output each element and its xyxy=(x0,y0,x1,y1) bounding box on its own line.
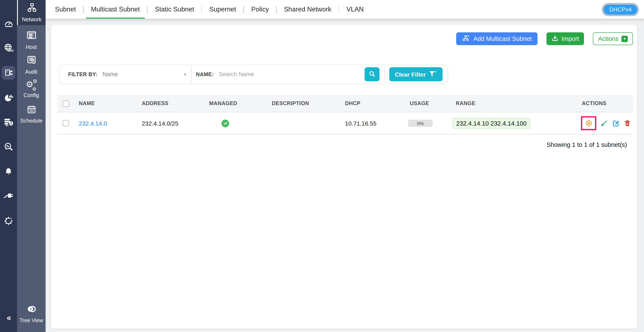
column-header-managed: MANAGED xyxy=(206,100,268,106)
column-header-dhcp: DHCP xyxy=(342,100,406,106)
sidebar-item-label: Config xyxy=(24,92,39,98)
sidebar-item-label: Tree View xyxy=(20,317,43,323)
dashboard-icon[interactable] xyxy=(0,11,17,36)
edit-icon[interactable] xyxy=(612,119,620,127)
import-download-icon xyxy=(552,35,558,43)
toolbar: Add Multicast Subnet Import Actions ▼ xyxy=(58,32,633,45)
secondary-sidebar: Network Host Audit ⚙⚙⚙ Config Schedule xyxy=(17,0,46,332)
schedule-calendar-icon xyxy=(26,104,36,116)
tab-subnet[interactable]: Subnet xyxy=(54,0,77,19)
tab-policy[interactable]: Policy xyxy=(250,0,270,19)
dns-icon[interactable]: DNS xyxy=(0,36,17,60)
usage-progress-pill: 0% xyxy=(408,120,433,127)
table-header-row: NAME ADDRESS MANAGED DESCRIPTION DHCP US… xyxy=(58,95,633,112)
filter-by-selected-value: Name xyxy=(103,71,183,77)
select-caret-icon: ▼ xyxy=(183,72,187,76)
integrations-plug-icon[interactable] xyxy=(0,184,17,209)
column-header-name: NAME xyxy=(76,100,138,106)
tab-shared-network[interactable]: Shared Network xyxy=(283,0,332,19)
tab-bar: Subnet Multicast Subnet Static Subnet Su… xyxy=(46,0,644,19)
tab-separator xyxy=(244,6,244,13)
column-header-actions: ACTIONS xyxy=(556,100,633,106)
reports-icon[interactable] xyxy=(0,85,17,110)
main-area: Subnet Multicast Subnet Static Subnet Su… xyxy=(46,0,644,332)
security-monitoring-icon[interactable] xyxy=(0,110,17,134)
chevron-down-icon: ▼ xyxy=(622,35,628,42)
import-label: Import xyxy=(562,35,579,42)
sidebar-item-label: Network xyxy=(22,16,42,22)
tab-vlan[interactable]: VLAN xyxy=(346,0,364,19)
clear-filter-label: Clear Filter xyxy=(395,71,426,78)
tab-separator xyxy=(338,6,339,13)
sidebar-item-tree-view[interactable]: Tree View xyxy=(17,301,46,326)
row-actions xyxy=(556,116,633,130)
sidebar-item-audit[interactable]: Audit xyxy=(17,52,46,77)
sidebar-item-label: Schedule xyxy=(20,118,42,124)
column-header-usage: USAGE xyxy=(406,100,452,106)
sidebar-item-config[interactable]: ⚙⚙⚙ Config xyxy=(17,77,46,102)
tab-multicast-subnet[interactable]: Multicast Subnet xyxy=(90,0,140,19)
column-header-range: RANGE xyxy=(452,100,556,106)
network-sitemap-icon xyxy=(26,2,37,14)
add-multicast-subnet-label: Add Multicast Subnet xyxy=(474,35,532,42)
subnet-address: 232.4.14.0/25 xyxy=(138,120,206,127)
sweep-broom-icon[interactable] xyxy=(600,120,608,127)
dhcp-version-badge[interactable]: DHCPv4 xyxy=(602,3,639,16)
config-gears-icon: ⚙⚙⚙ xyxy=(26,81,36,90)
sidebar-item-host[interactable]: Host xyxy=(17,28,46,52)
row-checkbox[interactable] xyxy=(62,120,69,126)
add-multicast-subnet-button[interactable]: Add Multicast Subnet xyxy=(456,32,538,45)
add-subnet-icon xyxy=(462,34,470,43)
notifications-bell-icon[interactable] xyxy=(0,159,17,184)
record-target-icon[interactable] xyxy=(585,120,592,127)
svg-text:DNS: DNS xyxy=(8,49,14,52)
column-header-address: ADDRESS xyxy=(138,100,206,106)
subnet-name-link[interactable]: 232.4.14.0 xyxy=(79,120,107,127)
ipam-icon-active[interactable] xyxy=(0,60,17,85)
dhcp-version-badge-label: DHCPv4 xyxy=(604,4,637,14)
tree-view-icon xyxy=(26,304,37,315)
range-chip: 232.4.14.10 232.4.14.100 xyxy=(452,118,530,129)
content-area: Add Multicast Subnet Import Actions ▼ xyxy=(46,19,644,332)
sidebar-item-label: Host xyxy=(26,44,37,50)
audit-log-icon xyxy=(26,55,36,67)
subnet-dhcp-server: 10.71.16.55 xyxy=(342,120,406,127)
actions-dropdown-button[interactable]: Actions ▼ xyxy=(593,32,633,45)
delete-trash-icon[interactable] xyxy=(624,120,631,127)
filter-by-label: FILTER BY: xyxy=(68,71,98,77)
svg-text:x: x xyxy=(435,70,436,73)
filter-divider xyxy=(191,66,192,82)
name-label: NAME: xyxy=(196,71,214,77)
table-row: 232.4.14.0 232.4.14.0/25 10.71.16.55 0% … xyxy=(58,112,633,134)
sidebar-item-network[interactable]: Network xyxy=(17,0,46,25)
tab-static-subnet[interactable]: Static Subnet xyxy=(154,0,195,19)
app-window: DNS « Networ xyxy=(0,0,644,332)
import-button[interactable]: Import xyxy=(547,32,584,45)
search-name-input[interactable] xyxy=(219,71,364,77)
search-button[interactable] xyxy=(364,67,380,81)
tab-separator xyxy=(202,6,202,13)
multicast-subnet-table: NAME ADDRESS MANAGED DESCRIPTION DHCP US… xyxy=(58,95,633,134)
managed-check-icon xyxy=(222,119,229,127)
tab-supernet[interactable]: Supernet xyxy=(208,0,237,19)
icon-rail: DNS « xyxy=(0,0,17,332)
active-rail-highlight xyxy=(2,66,15,80)
host-servers-icon xyxy=(26,30,36,42)
clear-filter-button[interactable]: Clear Filter x xyxy=(389,67,442,81)
tab-separator xyxy=(276,6,277,13)
collapse-sidebar-chevrons[interactable]: « xyxy=(6,313,10,323)
administration-gear-wrench-icon[interactable] xyxy=(0,209,17,233)
filter-bar: FILTER BY: Name ▼ NAME: C xyxy=(59,65,448,84)
actions-label: Actions xyxy=(598,35,618,42)
annotation-highlight-box xyxy=(581,116,596,130)
tab-separator xyxy=(83,6,84,13)
sidebar-item-schedule[interactable]: Schedule xyxy=(17,102,46,126)
column-header-description: DESCRIPTION xyxy=(268,100,342,106)
filter-by-select[interactable]: Name ▼ xyxy=(103,71,187,77)
discovery-icon[interactable] xyxy=(0,134,17,159)
multicast-subnet-card: Add Multicast Subnet Import Actions ▼ xyxy=(51,25,637,329)
pagination-summary: Showing 1 to 1 of 1 subnet(s) xyxy=(58,141,633,148)
select-all-checkbox[interactable] xyxy=(62,100,69,107)
clear-filter-funnel-icon: x xyxy=(428,70,437,79)
search-icon xyxy=(368,70,376,78)
